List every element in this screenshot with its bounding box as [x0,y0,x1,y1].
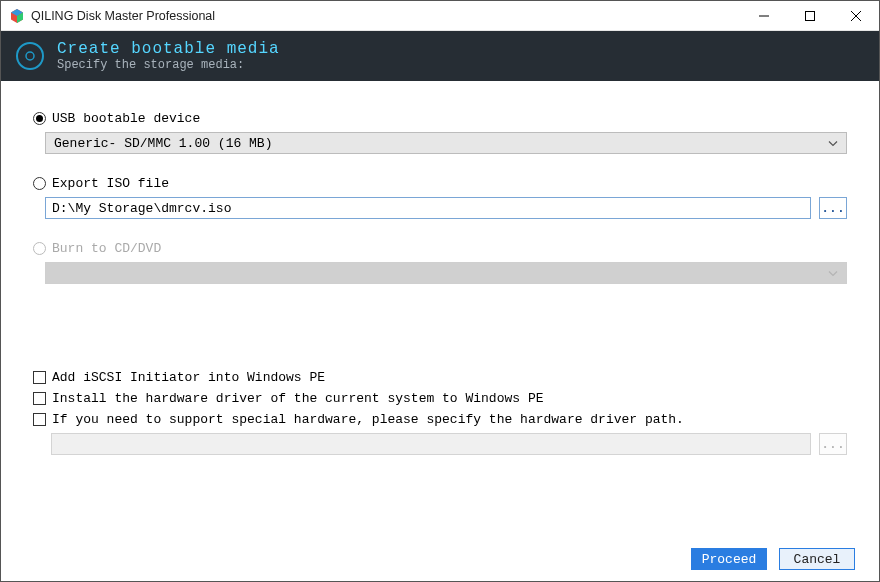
usb-device-dropdown[interactable]: Generic- SD/MMC 1.00 (16 MB) [45,132,847,154]
proceed-button[interactable]: Proceed [691,548,767,570]
close-button[interactable] [833,1,879,31]
cancel-button[interactable]: Cancel [779,548,855,570]
driver-path-browse-button: ... [819,433,847,455]
chevron-down-icon [828,266,838,281]
app-icon [9,8,25,24]
banner-disc-icon [15,41,45,71]
checkbox-special-hardware-label[interactable]: If you need to support special hardware,… [52,412,684,427]
svg-rect-4 [806,11,815,20]
iso-browse-button[interactable]: ... [819,197,847,219]
usb-device-value: Generic- SD/MMC 1.00 (16 MB) [54,136,272,151]
checkbox-driver[interactable] [33,392,46,405]
checkbox-iscsi[interactable] [33,371,46,384]
minimize-button[interactable] [741,1,787,31]
cd-device-dropdown [45,262,847,284]
checkbox-driver-label[interactable]: Install the hardware driver of the curre… [52,391,543,406]
titlebar: QILING Disk Master Professional [1,1,879,31]
banner: Create bootable media Specify the storag… [1,31,879,81]
checkbox-iscsi-label[interactable]: Add iSCSI Initiator into Windows PE [52,370,325,385]
chevron-down-icon [828,136,838,151]
radio-usb-label[interactable]: USB bootable device [52,111,200,126]
radio-cd [33,242,46,255]
radio-usb[interactable] [33,112,46,125]
footer: Proceed Cancel [1,537,879,581]
radio-cd-label: Burn to CD/DVD [52,241,161,256]
driver-path-input [51,433,811,455]
maximize-button[interactable] [787,1,833,31]
banner-title: Create bootable media [57,40,280,58]
radio-iso-label[interactable]: Export ISO file [52,176,169,191]
svg-point-8 [26,52,34,60]
iso-path-input[interactable] [45,197,811,219]
window-title: QILING Disk Master Professional [31,9,215,23]
checkbox-special-hardware[interactable] [33,413,46,426]
radio-iso[interactable] [33,177,46,190]
content-area: USB bootable device Generic- SD/MMC 1.00… [1,81,879,537]
banner-subtitle: Specify the storage media: [57,58,280,72]
svg-point-7 [17,43,43,69]
